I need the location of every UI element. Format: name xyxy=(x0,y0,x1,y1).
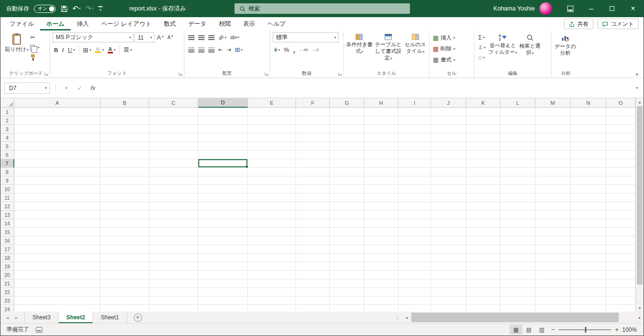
cell-I1[interactable] xyxy=(399,108,431,116)
cell-L11[interactable] xyxy=(501,193,535,202)
autosave-toggle[interactable]: オン xyxy=(34,5,56,13)
align-left-button[interactable] xyxy=(187,45,196,55)
cell-B21[interactable] xyxy=(101,279,149,288)
name-box[interactable]: D7 ▾ xyxy=(4,82,50,94)
cell-J18[interactable] xyxy=(431,254,466,262)
cut-button[interactable]: ✂ xyxy=(29,32,41,42)
scroll-right-button[interactable]: ▸ xyxy=(636,316,644,320)
formula-input[interactable] xyxy=(101,82,631,94)
horizontal-scrollbar[interactable]: ◂ ▸ xyxy=(403,312,644,323)
cell-K12[interactable] xyxy=(466,202,501,211)
row-header-12[interactable]: 12 xyxy=(0,202,14,211)
cell-B16[interactable] xyxy=(101,236,149,245)
cell-C12[interactable] xyxy=(149,202,198,211)
row-header-17[interactable]: 17 xyxy=(0,245,14,254)
cell-F11[interactable] xyxy=(296,193,330,202)
cell-C15[interactable] xyxy=(149,228,198,236)
cell-J10[interactable] xyxy=(431,185,466,193)
cell-E14[interactable] xyxy=(248,219,296,228)
accessibility-icon[interactable] xyxy=(36,327,42,333)
scroll-down-button[interactable]: ▾ xyxy=(636,304,644,312)
cell-K8[interactable] xyxy=(466,168,501,176)
cell-I12[interactable] xyxy=(399,202,431,211)
row-header-2[interactable]: 2 xyxy=(0,116,14,125)
cell-G24[interactable] xyxy=(330,305,364,312)
cell-K23[interactable] xyxy=(466,296,501,305)
number-dialog-launcher[interactable] xyxy=(337,71,342,76)
cell-A19[interactable] xyxy=(14,262,101,271)
cell-O11[interactable] xyxy=(606,193,635,202)
cell-C8[interactable] xyxy=(149,168,198,176)
cell-J14[interactable] xyxy=(431,219,466,228)
cell-D24[interactable] xyxy=(198,305,248,312)
cell-A5[interactable] xyxy=(14,142,101,151)
clear-button[interactable]: ◇▾ xyxy=(477,52,487,62)
cell-C1[interactable] xyxy=(149,108,198,116)
cell-N23[interactable] xyxy=(571,296,606,305)
tab-挿入[interactable]: 挿入 xyxy=(71,17,95,31)
cell-N2[interactable] xyxy=(571,116,606,125)
cell-J4[interactable] xyxy=(431,133,466,142)
cell-K24[interactable] xyxy=(466,305,501,312)
borders-button[interactable]: ⊞▾ xyxy=(82,45,92,55)
percent-format-button[interactable]: % xyxy=(282,45,291,55)
cell-C13[interactable] xyxy=(149,211,198,219)
cell-D9[interactable] xyxy=(198,176,248,185)
cell-O7[interactable] xyxy=(606,159,635,168)
cell-M10[interactable] xyxy=(535,185,571,193)
sort-filter-button[interactable]: AZ 並べ替えとフィルター▾ xyxy=(488,32,518,70)
cell-I19[interactable] xyxy=(399,262,431,271)
conditional-formatting-button[interactable]: 条件付き書式▾ xyxy=(346,32,373,70)
cell-D4[interactable] xyxy=(198,133,248,142)
cell-B20[interactable] xyxy=(101,271,149,279)
cell-O13[interactable] xyxy=(606,211,635,219)
cell-N7[interactable] xyxy=(571,159,606,168)
cell-F19[interactable] xyxy=(296,262,330,271)
cell-J15[interactable] xyxy=(431,228,466,236)
cell-M3[interactable] xyxy=(535,125,571,133)
cell-K6[interactable] xyxy=(466,151,501,159)
page-break-view-button[interactable]: ▥ xyxy=(535,325,548,335)
cell-G21[interactable] xyxy=(330,279,364,288)
cell-N16[interactable] xyxy=(571,236,606,245)
format-as-table-button[interactable]: テーブルとして書式設定▾ xyxy=(373,32,404,70)
cell-F21[interactable] xyxy=(296,279,330,288)
font-name-select[interactable]: MS Pゴシック ▾ xyxy=(52,32,133,42)
cell-A7[interactable] xyxy=(14,159,101,168)
cell-J8[interactable] xyxy=(431,168,466,176)
tab-ファイル[interactable]: ファイル xyxy=(3,17,40,31)
tab-校閲[interactable]: 校閲 xyxy=(213,17,237,31)
font-color-button[interactable]: A▾ xyxy=(106,45,117,55)
row-header-3[interactable]: 3 xyxy=(0,125,14,133)
expand-formula-bar-button[interactable]: ▾ xyxy=(634,86,640,90)
cell-A9[interactable] xyxy=(14,176,101,185)
undo-button[interactable]: ↶▾ xyxy=(72,2,81,15)
cell-B18[interactable] xyxy=(101,254,149,262)
cell-F6[interactable] xyxy=(296,151,330,159)
cell-C14[interactable] xyxy=(149,219,198,228)
cell-D21[interactable] xyxy=(198,279,248,288)
cell-K1[interactable] xyxy=(466,108,501,116)
cell-H1[interactable] xyxy=(364,108,399,116)
cell-L5[interactable] xyxy=(501,142,535,151)
cell-J16[interactable] xyxy=(431,236,466,245)
row-header-6[interactable]: 6 xyxy=(0,151,14,159)
cell-A14[interactable] xyxy=(14,219,101,228)
cell-C2[interactable] xyxy=(149,116,198,125)
cell-M21[interactable] xyxy=(535,279,571,288)
row-header-5[interactable]: 5 xyxy=(0,142,14,151)
cell-M20[interactable] xyxy=(535,271,571,279)
cell-B1[interactable] xyxy=(101,108,149,116)
formula-bar-handle[interactable]: ⋮ xyxy=(53,85,58,91)
column-header-L[interactable]: L xyxy=(501,98,535,108)
cell-O4[interactable] xyxy=(606,133,635,142)
cell-J22[interactable] xyxy=(431,288,466,296)
column-header-D[interactable]: D xyxy=(198,98,248,108)
cell-H19[interactable] xyxy=(364,262,399,271)
cell-J13[interactable] xyxy=(431,211,466,219)
cell-K2[interactable] xyxy=(466,116,501,125)
cell-L7[interactable] xyxy=(501,159,535,168)
cell-N9[interactable] xyxy=(571,176,606,185)
row-header-18[interactable]: 18 xyxy=(0,254,14,262)
page-layout-view-button[interactable]: ▤ xyxy=(522,325,535,335)
